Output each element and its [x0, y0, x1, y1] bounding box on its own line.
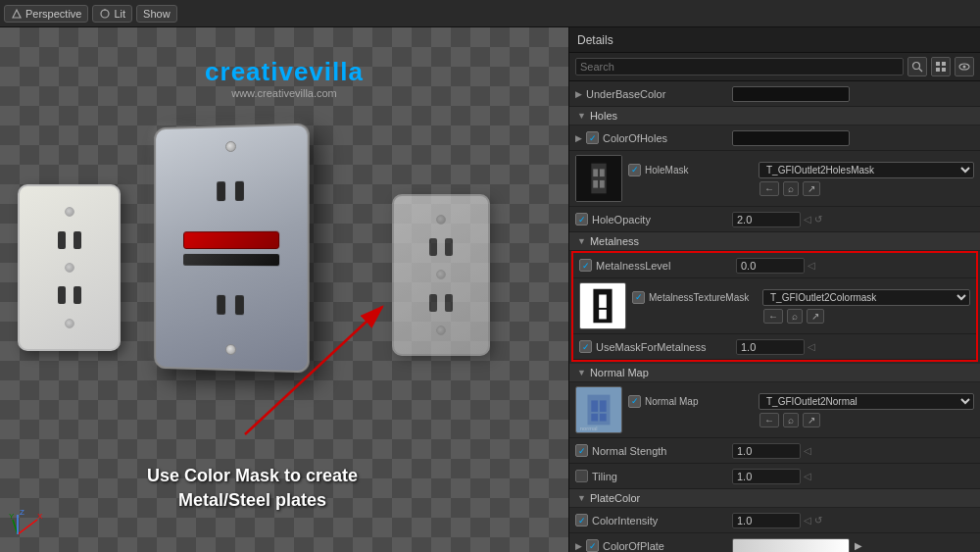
- normalmap-label-field: Normal Map: [628, 395, 756, 408]
- metalnesstexturemask-back-btn[interactable]: ←: [763, 309, 783, 324]
- normalstrength-input[interactable]: [732, 443, 801, 459]
- normalmap-select[interactable]: T_GFIOutlet2Normal: [759, 393, 974, 410]
- expand-icon-colorofplate[interactable]: ▶: [575, 541, 582, 551]
- checkbox-holeopacity[interactable]: [575, 213, 588, 226]
- normalmap-open-btn[interactable]: ↗: [803, 413, 820, 427]
- colorofholes-strip[interactable]: [732, 130, 850, 146]
- svg-point-18: [963, 66, 966, 69]
- checkbox-normalmap[interactable]: [628, 395, 641, 408]
- tiling-input[interactable]: [732, 469, 801, 484]
- holemask-back-btn[interactable]: ←: [760, 181, 779, 196]
- gfci-slot-br: [235, 295, 244, 315]
- colorofplate-value: ▶: [732, 538, 974, 553]
- metalnesstexturemask-find-btn[interactable]: ⌕: [787, 309, 803, 324]
- tiling-label: Tiling: [575, 470, 732, 482]
- metalnesstexturemask-open-btn[interactable]: ↗: [807, 309, 824, 324]
- svg-rect-30: [588, 395, 611, 426]
- colorintensity-input[interactable]: [732, 513, 801, 528]
- section-holes[interactable]: ▼ Holes: [569, 107, 980, 125]
- gfci-slot-tl: [217, 181, 225, 201]
- checkbox-colorofplate[interactable]: [586, 539, 599, 552]
- screw-rb: [436, 326, 446, 335]
- slot-rbr: [445, 294, 453, 312]
- viewport[interactable]: creativevilla www.creativevilla.com Use …: [0, 27, 568, 552]
- prop-row-normalstrength: Normal Stength ◁: [569, 438, 980, 464]
- svg-line-5: [18, 520, 37, 534]
- details-content[interactable]: ▶ UnderBaseColor ▼ Holes ▶ ColorOfHoles: [569, 81, 980, 552]
- prop-row-holemask: HoleMask T_GFIOutlet2HolesMask ← ⌕ ↗: [569, 151, 980, 207]
- expand-icon-colorofholes[interactable]: ▶: [575, 133, 582, 143]
- search-input[interactable]: [575, 58, 904, 75]
- section-metalness[interactable]: ▼ Metalness: [569, 232, 980, 251]
- colorintensity-text: ColorIntensity: [592, 515, 658, 527]
- normalstrength-value: ◁: [732, 443, 974, 459]
- prop-row-colorofplate: ▶ ColorOfPlate ▶: [569, 533, 980, 552]
- section-platecolor[interactable]: ▼ PlateColor: [569, 489, 980, 508]
- svg-point-11: [913, 63, 920, 70]
- prop-row-usemaskformetalness: UseMaskForMetalness ◁: [573, 334, 976, 360]
- tiling-slider[interactable]: ◁: [804, 471, 811, 481]
- colorintensity-reset[interactable]: ↺: [814, 515, 822, 526]
- metalnesslevel-label: MetalnessLevel: [579, 259, 736, 272]
- metalnesstexturemask-text: MetalnessTextureMask: [649, 292, 749, 303]
- prop-row-colorintensity: ColorIntensity ◁ ↺: [569, 508, 980, 533]
- svg-rect-24: [600, 180, 605, 188]
- holeopacity-label: HoleOpacity: [575, 213, 732, 226]
- holeopacity-input[interactable]: [732, 212, 801, 227]
- search-button[interactable]: [907, 57, 927, 76]
- perspective-tab[interactable]: Perspective: [4, 5, 88, 23]
- eye-button[interactable]: [955, 57, 974, 76]
- holeopacity-text: HoleOpacity: [592, 214, 651, 226]
- expand-icon-underbase[interactable]: ▶: [575, 89, 582, 99]
- colorofplate-arrow: ▶: [855, 540, 862, 551]
- holemask-label: HoleMask: [628, 164, 756, 176]
- checkbox-holemask[interactable]: [628, 164, 641, 176]
- holemask-select[interactable]: T_GFIOutlet2HolesMask: [759, 162, 974, 178]
- normalmap-back-btn[interactable]: ←: [760, 413, 779, 427]
- colorofplate-strip[interactable]: [732, 538, 850, 553]
- holes-triangle: ▼: [577, 111, 586, 121]
- svg-rect-20: [591, 164, 606, 194]
- svg-rect-31: [591, 400, 598, 412]
- holemask-open-btn[interactable]: ↗: [803, 181, 820, 196]
- colorintensity-slider[interactable]: ◁: [804, 515, 811, 526]
- normalmap-text: Normal Map: [645, 396, 698, 407]
- details-title: Details: [577, 33, 613, 47]
- show-tab[interactable]: Show: [136, 5, 177, 23]
- section-normalmap[interactable]: ▼ Normal Map: [569, 364, 980, 382]
- lit-tab[interactable]: Lit: [92, 5, 132, 23]
- svg-rect-13: [936, 62, 940, 66]
- colorofholes-value: [732, 130, 974, 146]
- holeopacity-value: ◁ ↺: [732, 212, 974, 227]
- usemaskformetalness-text: UseMaskForMetalness: [596, 341, 706, 353]
- usemaskformetalness-input[interactable]: [736, 339, 805, 355]
- checkbox-metalnesslevel[interactable]: [579, 259, 592, 272]
- underbasecolor-strip[interactable]: [732, 86, 850, 102]
- perspective-icon: [11, 8, 23, 20]
- holeopacity-reset[interactable]: ↺: [814, 214, 822, 225]
- holeopacity-slider[interactable]: ◁: [804, 214, 811, 225]
- normalstrength-slider[interactable]: ◁: [804, 445, 811, 456]
- checkbox-colorofholes[interactable]: [586, 131, 599, 144]
- checkbox-colorintensity[interactable]: [575, 514, 588, 527]
- colorintensity-value: ◁ ↺: [732, 513, 974, 528]
- main-layout: creativevilla www.creativevilla.com Use …: [0, 27, 980, 552]
- normalmap-find-btn[interactable]: ⌕: [783, 413, 799, 427]
- usemaskformetalness-slider[interactable]: ◁: [808, 341, 815, 352]
- prop-row-holeopacity: HoleOpacity ◁ ↺: [569, 207, 980, 232]
- screw-mid: [65, 263, 74, 273]
- grid-view-button[interactable]: [931, 57, 951, 76]
- checkbox-tiling[interactable]: [575, 470, 588, 482]
- gfci-slot-tr: [235, 181, 244, 201]
- underbasecolor-text: UnderBaseColor: [586, 88, 665, 100]
- eye-icon: [958, 61, 970, 73]
- metalnesslevel-input[interactable]: [736, 258, 805, 274]
- checkbox-normalstrength[interactable]: [575, 444, 588, 457]
- holemask-find-btn[interactable]: ⌕: [783, 181, 799, 196]
- svg-text:X: X: [37, 512, 43, 521]
- metalnesstexturemask-thumb-svg: [580, 282, 625, 329]
- checkbox-usemaskformetalness[interactable]: [579, 340, 592, 353]
- checkbox-metalnesstexturemask[interactable]: [632, 291, 645, 304]
- metalnesstexturemask-select[interactable]: T_GFIOutlet2Colormask: [762, 289, 970, 306]
- metalnesslevel-slider[interactable]: ◁: [808, 260, 815, 271]
